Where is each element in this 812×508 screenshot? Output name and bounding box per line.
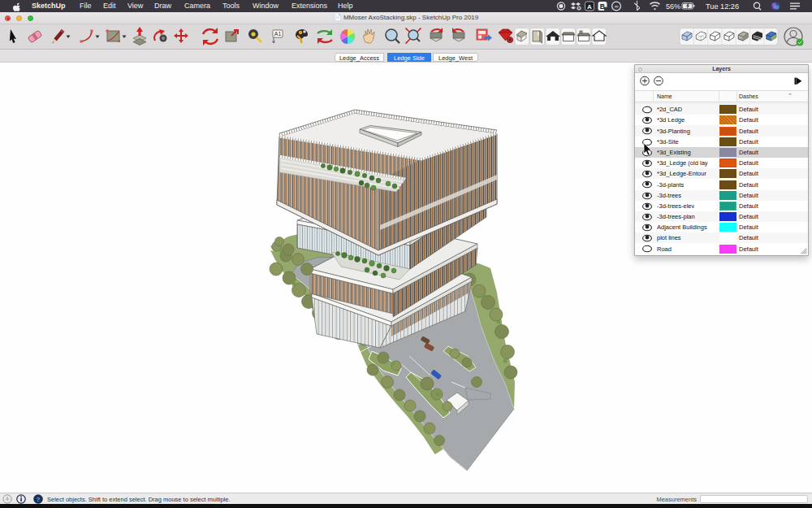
svg-text:∞: ∞ bbox=[615, 3, 619, 9]
svg-text:A: A bbox=[587, 3, 592, 11]
svg-text:Tue 12:26: Tue 12:26 bbox=[706, 2, 739, 11]
svg-text:A1: A1 bbox=[274, 31, 282, 37]
svg-text:56%: 56% bbox=[666, 2, 680, 11]
svg-text:?: ? bbox=[37, 496, 41, 503]
